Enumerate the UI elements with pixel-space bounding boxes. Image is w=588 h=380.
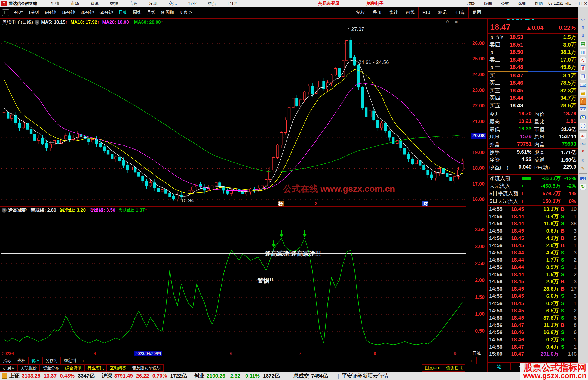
formula-icon[interactable]: ƒx bbox=[578, 113, 588, 121]
index-label-沪深[interactable]: 沪深 bbox=[102, 372, 112, 379]
toolbar-F10[interactable]: F10 bbox=[418, 7, 434, 18]
tab-图文F10[interactable]: 图文F10 bbox=[422, 364, 443, 372]
ask-row[interactable]: 卖一18.4845.6万 bbox=[488, 63, 578, 71]
back-window-icon[interactable]: ‹ bbox=[568, 1, 573, 6]
menu-item-选项[interactable]: 选项 bbox=[513, 1, 530, 6]
status-icon[interactable] bbox=[2, 373, 7, 379]
period-tab-5分钟[interactable]: 5分钟 bbox=[42, 10, 59, 16]
maximize-window-icon[interactable]: ❐ bbox=[578, 1, 583, 6]
finance-badge-icon[interactable]: 财 bbox=[422, 201, 428, 206]
ring-icon[interactable]: ◯ bbox=[578, 121, 588, 130]
current-stock-label[interactable]: 奥联电子 bbox=[366, 1, 384, 7]
minimize-window-icon[interactable]: − bbox=[573, 1, 578, 6]
menu-item-行情[interactable]: 行情 bbox=[45, 1, 65, 6]
tick-row[interactable]: 14:5618.4616.6万S6 bbox=[488, 329, 578, 336]
f12-icon[interactable]: F12 bbox=[578, 105, 588, 113]
tick-row[interactable]: 14:5618.450.2万S1 bbox=[488, 300, 578, 307]
quote-board-icon[interactable]: ▤ bbox=[578, 40, 588, 48]
collapse-chevron-icon[interactable]: ∨ bbox=[2, 208, 7, 213]
menu-item-专题[interactable]: 专题 bbox=[124, 1, 143, 6]
bid-row[interactable]: 买三18.4532.3万 bbox=[488, 87, 578, 95]
tab-行业资讯[interactable]: 行业资讯 bbox=[84, 364, 107, 372]
tab-侧边栏《[interactable]: 侧边栏《 bbox=[443, 364, 465, 372]
tick-row[interactable]: 14:5618.441.5万S2 bbox=[488, 271, 578, 278]
collapse-chevron-icon[interactable]: ∨ bbox=[35, 20, 39, 25]
tick-list[interactable]: 14:5518.4513.1万B1014:5618.440.4万S114:561… bbox=[488, 205, 578, 358]
tick-row[interactable]: 15:0018.47291.6万146 bbox=[488, 351, 578, 358]
down-icon[interactable]: ⇩ bbox=[578, 32, 588, 40]
toolbar-复权[interactable]: 复权 bbox=[352, 7, 369, 18]
ask-row[interactable]: 卖五¥18.531.5万 bbox=[488, 34, 578, 41]
rsi-icon[interactable]: RSI bbox=[578, 140, 588, 148]
kline-icon[interactable]: ♯ bbox=[578, 64, 588, 72]
s-icon[interactable]: S bbox=[578, 148, 588, 156]
pencil-icon[interactable]: ✎ bbox=[578, 164, 588, 172]
tick-row[interactable]: 14:5618.452.6万B3 bbox=[488, 278, 578, 285]
period-tab-日线[interactable]: 日线 bbox=[116, 10, 130, 16]
trend-icon[interactable]: ∿ bbox=[578, 56, 588, 64]
menu-item-交易[interactable]: 交易 bbox=[163, 1, 183, 6]
menu-item-L1L2[interactable]: L1L2 bbox=[222, 1, 242, 6]
period-tab-分时[interactable]: 分时 bbox=[11, 10, 26, 16]
tick-row[interactable]: 14:5618.4528.6万B17 bbox=[488, 285, 578, 293]
tab-关联报价[interactable]: 关联报价 bbox=[17, 364, 40, 372]
custom-icon[interactable]: 自 bbox=[578, 97, 588, 105]
menu-item-资讯[interactable]: 资讯 bbox=[85, 1, 104, 6]
tick-row[interactable]: 14:5618.440.4万S1 bbox=[488, 213, 578, 220]
tick-row[interactable]: 14:5618.460.2万S1 bbox=[488, 336, 578, 343]
tab-另存为[interactable]: 另存为 bbox=[42, 357, 61, 364]
waves-icon[interactable]: ≋ bbox=[578, 132, 588, 140]
tick-row[interactable]: 14:5618.450.6万B3 bbox=[488, 227, 578, 235]
ask-row[interactable]: 卖二18.4917.0万 bbox=[488, 56, 578, 64]
refresh-icon[interactable]: ↻ bbox=[578, 183, 588, 191]
period-tab-更多 >[interactable]: 更多 > bbox=[177, 10, 195, 16]
toolbar-叠加[interactable]: 叠加 bbox=[369, 7, 385, 18]
toolbar-返回[interactable]: 返回 bbox=[468, 7, 485, 18]
period-tab-1分钟[interactable]: 1分钟 bbox=[26, 10, 42, 16]
tick-row[interactable]: 14:5618.4537.8万S6 bbox=[488, 314, 578, 322]
tab-1[interactable]: 1 bbox=[79, 357, 87, 364]
tab-模板[interactable]: 模板 bbox=[14, 357, 28, 364]
toolbar-统计[interactable]: 统计 bbox=[385, 7, 402, 18]
f10-icon[interactable]: F10 bbox=[578, 81, 588, 89]
menu-item-功能[interactable]: 功能 bbox=[463, 1, 480, 6]
tick-row[interactable]: 14:5618.452.0万B1 bbox=[488, 242, 578, 249]
period-tab-多周期[interactable]: 多周期 bbox=[158, 10, 177, 16]
index-label-创业[interactable]: 创业 bbox=[194, 372, 204, 379]
period-tab-15分钟[interactable]: 15分钟 bbox=[59, 10, 78, 16]
tab-综合资讯[interactable]: 综合资讯 bbox=[62, 364, 84, 372]
layout-icon[interactable]: ❏ bbox=[2, 9, 9, 16]
rank-badge-icon[interactable]: 榜 bbox=[278, 201, 284, 206]
back-icon[interactable]: ⇦ bbox=[578, 15, 588, 23]
ask-row[interactable]: 卖三18.5038.1万 bbox=[488, 48, 578, 56]
move-icon[interactable]: ✥ bbox=[578, 156, 588, 164]
tick-row[interactable]: 14:5618.444.4万S3 bbox=[488, 249, 578, 257]
bid-row[interactable]: 买五18.4328.6万 bbox=[488, 102, 578, 110]
money-badge-icon[interactable]: $ bbox=[313, 201, 319, 206]
close-window-icon[interactable]: ✕ bbox=[583, 1, 588, 6]
bid-row[interactable]: 买四18.4434.7万 bbox=[488, 94, 578, 102]
index-label-上证[interactable]: 上证 bbox=[9, 372, 20, 379]
tick-row[interactable]: 14:5618.4711.1万B8 bbox=[488, 322, 578, 329]
tick-row[interactable]: 14:5518.4513.1万B10 bbox=[488, 206, 578, 213]
tick-row[interactable]: 14:5618.441.7万S2 bbox=[488, 256, 578, 264]
toolbar-标记[interactable]: 标记 bbox=[434, 7, 451, 18]
tab-普及版功能说明[interactable]: 普及版功能说明 bbox=[129, 364, 164, 372]
tick-row[interactable]: 14:5618.4411.6万S38 bbox=[488, 220, 578, 227]
menu-item-市场[interactable]: 市场 bbox=[65, 1, 85, 6]
menu-item-公式[interactable]: 公式 bbox=[497, 1, 513, 6]
tick-row[interactable]: 14:5618.456.6万S3 bbox=[488, 293, 578, 300]
menu-item-行业[interactable]: 行业 bbox=[183, 1, 202, 6]
menu-item-发现[interactable]: 发现 bbox=[143, 1, 163, 6]
tab-指标[interactable]: 指标 bbox=[0, 357, 14, 364]
menu-item-版面[interactable]: 版面 bbox=[480, 1, 497, 6]
trade-not-logged-label[interactable]: 交易未登录 bbox=[318, 1, 340, 7]
indicator-name[interactable]: 逢高减磅 bbox=[8, 207, 27, 213]
zoom-out-button[interactable]: − bbox=[477, 357, 487, 364]
rank-list-icon[interactable]: ▥ bbox=[578, 48, 588, 56]
menu-item-热点[interactable]: 热点 bbox=[202, 1, 222, 6]
f5-icon[interactable]: F5 bbox=[578, 174, 588, 183]
tick-row[interactable]: 14:5618.470.4万S1 bbox=[488, 343, 578, 351]
bid-row[interactable]: 买一18.473.1万 bbox=[488, 72, 578, 80]
tab-资金分布[interactable]: 资金分布 bbox=[40, 364, 62, 372]
